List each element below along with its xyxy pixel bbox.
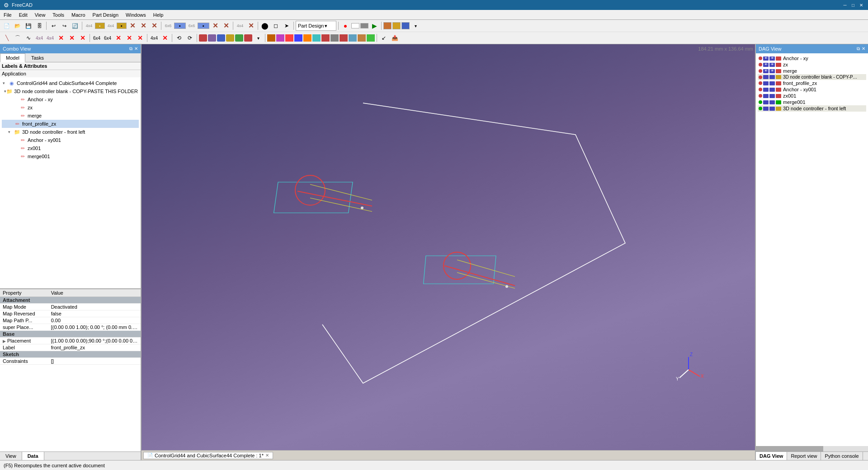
dag-tab-python[interactable]: Python console [821,452,863,460]
sketch-arrow2[interactable]: ⟳ [185,33,195,43]
sk-extra-3[interactable] [285,34,293,42]
sk-end-1[interactable]: ↙ [379,33,389,43]
dag-item-folder[interactable]: 3D node controller blank - COPY-PASTE TH… [758,74,866,80]
sk-colored-2[interactable] [208,34,216,42]
gray-rect-btn[interactable] [360,23,368,28]
sketch-tool-6[interactable]: ✕ [56,33,66,43]
dag-float-icon[interactable]: ⧉ [857,46,860,52]
tool-12[interactable]: ✕ [210,21,220,31]
save-button[interactable]: 💾 [24,21,33,31]
tool-6[interactable]: ✕ [138,21,148,31]
tree-zx[interactable]: ✏ zx [2,103,139,112]
val-mapmode[interactable]: Deactivated [48,304,141,310]
sk-end-2[interactable]: 📤 [390,33,400,43]
close-button[interactable]: ✕ [858,2,864,8]
sketch-tool-7[interactable]: ✕ [67,33,77,43]
sk-colored-1[interactable] [199,34,207,42]
orange-cube[interactable] [383,22,392,29]
dag-tab-dagview[interactable]: DAG View [756,452,787,460]
sk-extra-10[interactable] [349,34,357,42]
tab-view[interactable]: View [0,452,22,460]
sk-colored-4[interactable] [226,34,234,42]
refresh-button[interactable]: 🔄 [70,21,80,31]
tool-1[interactable]: 4x4 [84,21,94,31]
menu-partdesign[interactable]: Part Design [89,11,122,19]
menu-macro[interactable]: Macro [68,11,89,19]
open-file-button[interactable]: 📂 [13,21,23,31]
sk-extra-12[interactable] [367,34,375,42]
sk-extra-11[interactable] [358,34,366,42]
tree-root[interactable]: ▾ ◉ ControlGrid44 and CubicSurface44 Com… [2,79,139,87]
tool-5[interactable]: ✕ [127,21,137,31]
tool-14[interactable]: 4x4 [235,21,245,31]
sketch-tool-3[interactable]: ∿ [24,33,33,43]
tree-anchor-xy001[interactable]: ✏ Anchor - xy001 [2,136,139,144]
dag-item-merge001[interactable]: merge001 [758,99,866,105]
menu-help[interactable]: Help [150,11,167,19]
tool-3[interactable]: 4x4 [106,21,116,31]
tree-merge001[interactable]: ✏ merge001 [2,152,139,160]
sketch-tool-11[interactable]: ✕ [113,33,123,43]
dag-scrollbar-thumb[interactable] [756,446,823,451]
redo-button[interactable]: ↪ [59,21,69,31]
tab-tasks[interactable]: Tasks [25,53,50,62]
dag-content[interactable]: 👁 👁 Anchor - xy 👁 👁 zx 👁 👁 merge [756,53,868,446]
sk-extra-6[interactable] [312,34,321,42]
menu-edit[interactable]: Edit [15,11,31,19]
sk-extra-7[interactable] [321,34,330,42]
tool-11[interactable]: ▪ [198,23,209,29]
play-btn[interactable]: ▶ [369,21,379,31]
sketch-tool-10[interactable]: 6x4 [103,33,113,43]
dag-item-zx001[interactable]: zx001 [758,93,866,99]
tree-anchor-xy[interactable]: ✏ Anchor - xy [2,95,139,103]
dag-close-icon[interactable]: ✕ [862,46,865,52]
menu-view[interactable]: View [31,11,49,19]
tool-10[interactable]: 6x6 [187,21,197,31]
sk-extra-9[interactable] [340,34,348,42]
val-mapreversed[interactable]: false [48,310,141,317]
other-tools[interactable]: ◻ [271,21,281,31]
viewport-tab-close[interactable]: ✕ [265,453,269,458]
tool-7[interactable]: ✕ [149,21,159,31]
blue-cube[interactable] [401,22,410,29]
sk-more[interactable]: ▾ [253,33,263,43]
sk-extra-2[interactable] [276,34,284,42]
sketch-tool-15[interactable]: ✕ [160,33,170,43]
dag-item-merge[interactable]: 👁 👁 merge [758,68,866,74]
tool-15[interactable]: ✕ [246,21,256,31]
sk-extra-1[interactable] [267,34,275,42]
dag-scrollbar-track[interactable] [756,446,868,451]
sk-extra-5[interactable] [303,34,311,42]
white-rect-btn[interactable] [351,23,359,28]
sketch-tool-8[interactable]: ✕ [78,33,88,43]
tree-front-profile[interactable]: ✏ front_profile_zx [2,120,139,128]
sketch-tool-2[interactable]: ⌒ [13,33,23,43]
tool-13[interactable]: ✕ [221,21,231,31]
sk-colored-6[interactable] [244,34,252,42]
sketch-arrow1[interactable]: ⟲ [174,33,184,43]
val-placement[interactable]: [(1.00 0.00 0.00);90.00 °;(0.00 0.00 0.0… [48,338,141,344]
sketch-tool-4[interactable]: 4x4 [34,33,44,43]
menu-file[interactable]: File [0,11,15,19]
viewport-tab-item[interactable]: 📄 ControlGrid44 and CubicSurface44 Compl… [143,452,273,459]
tab-data[interactable]: Data [22,452,44,460]
menu-windows[interactable]: Windows [122,11,150,19]
val-superplace[interactable]: [(0.00 0.00 1.00); 0.00 °; (0.00 mm 0.00… [48,324,141,331]
sphere-icon[interactable]: ⬤ [260,21,270,31]
tool-arrow[interactable]: ➤ [282,21,292,31]
yellow-cube[interactable] [392,22,401,29]
dag-tab-report[interactable]: Report view [787,452,821,460]
dag-item-zx[interactable]: 👁 👁 zx [758,61,866,68]
sk-colored-5[interactable] [235,34,243,42]
sketch-tool-9[interactable]: 6x4 [92,33,102,43]
val-constraints[interactable]: [] [48,358,141,365]
new-file-button[interactable]: 📄 [2,21,12,31]
model-tree[interactable]: ▾ ◉ ControlGrid44 and CubicSurface44 Com… [0,77,141,288]
sk-colored-3[interactable] [217,34,225,42]
dag-item-anchor-xy[interactable]: 👁 👁 Anchor - xy [758,55,866,61]
workbench-dropdown[interactable]: Part Design ▾ [296,21,336,31]
viewport[interactable]: Z X Y 0.0 ms / 1.$ fps 184.21 mm x 136.6… [142,44,755,460]
tool-8[interactable]: 6x6 [163,21,173,31]
tool-2[interactable]: ▪ [95,23,105,29]
val-label[interactable]: front_profile_zx [48,344,141,351]
